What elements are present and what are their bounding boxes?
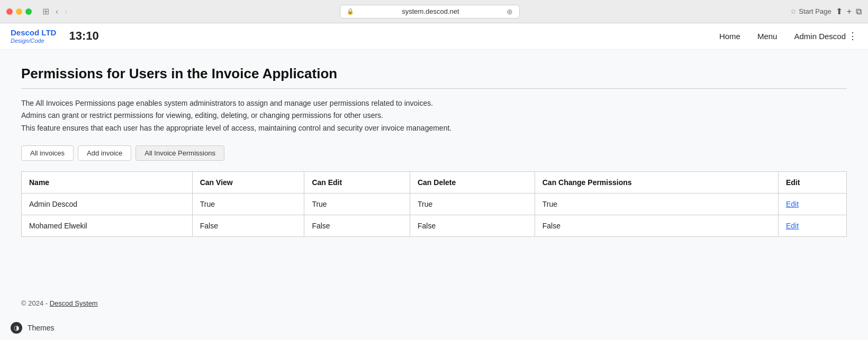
logo-area: Descod LTD Design/Code 13:10 <box>11 29 99 44</box>
table-row: Mohamed Elwekil False False False False … <box>22 215 847 236</box>
bookmark-startpage[interactable]: ☆ Start Page <box>790 7 831 15</box>
cell-can-delete-0: True <box>410 193 535 215</box>
star-icon: ☆ <box>790 7 797 15</box>
logo-main: Descod LTD <box>11 29 56 38</box>
minimize-button[interactable] <box>16 8 22 15</box>
title-divider <box>21 88 847 89</box>
close-button[interactable] <box>6 8 13 15</box>
nav-user[interactable]: Admin Descod ⋮ <box>794 30 857 42</box>
main-content: Permissions for Users in the Invoice App… <box>0 50 868 291</box>
cell-edit-1: Edit <box>778 215 846 236</box>
nav-user-name: Admin Descod <box>794 32 846 41</box>
col-can-change-permissions: Can Change Permissions <box>535 171 778 193</box>
share-button[interactable]: ⬆ <box>836 6 843 16</box>
window-content: Descod LTD Design/Code 13:10 Home Menu A… <box>0 23 868 340</box>
col-can-view: Can View <box>192 171 304 193</box>
back-button[interactable]: ‹ <box>53 5 60 17</box>
maximize-button[interactable] <box>25 8 32 15</box>
logo: Descod LTD Design/Code <box>11 29 56 44</box>
nav-links: Home Menu Admin Descod ⋮ <box>719 30 857 42</box>
description-line3: This feature ensures that each user has … <box>21 122 847 135</box>
address-bar-container: 🔒 system.descod.net ⊕ <box>74 5 786 19</box>
cell-edit-0: Edit <box>778 193 846 215</box>
cell-can-view-1: False <box>192 215 304 236</box>
permissions-table: Name Can View Can Edit Can Delete Can Ch… <box>21 171 847 237</box>
cell-name-1: Mohamed Elwekil <box>22 215 193 236</box>
browser-actions: ⬆ + ⧉ <box>836 6 862 16</box>
page-title: Permissions for Users in the Invoice App… <box>21 66 847 82</box>
description: The All Invoices Permissions page enable… <box>21 97 847 135</box>
edit-link-0[interactable]: Edit <box>786 200 799 208</box>
sidebar-toggle-button[interactable]: ⊞ <box>40 5 51 17</box>
address-bar[interactable]: 🔒 system.descod.net ⊕ <box>340 5 520 19</box>
nav-home[interactable]: Home <box>719 32 740 41</box>
description-line2: Admins can grant or restrict permissions… <box>21 109 847 122</box>
browser-nav: ⊞ ‹ › <box>40 5 70 17</box>
col-name: Name <box>22 171 193 193</box>
cell-can-edit-1: False <box>304 215 410 236</box>
col-can-delete: Can Delete <box>410 171 535 193</box>
nav-time: 13:10 <box>69 29 98 43</box>
edit-link-1[interactable]: Edit <box>786 222 799 230</box>
tab-all-invoices[interactable]: All invoices <box>21 145 74 161</box>
cell-can-edit-0: True <box>304 193 410 215</box>
theme-label: Themes <box>28 324 55 332</box>
table-header-row: Name Can View Can Edit Can Delete Can Ch… <box>22 171 847 193</box>
reload-icon[interactable]: ⊕ <box>507 7 513 16</box>
new-tab-button[interactable]: + <box>847 7 852 16</box>
cell-name-0: Admin Descod <box>22 193 193 215</box>
logo-sub: Design/Code <box>11 38 56 44</box>
theme-toggle-area: ◑ Themes <box>0 316 868 340</box>
description-line1: The All Invoices Permissions page enable… <box>21 97 847 110</box>
bookmarks-bar: ☆ Start Page <box>790 7 831 15</box>
cell-can-change-permissions-0: True <box>535 193 778 215</box>
tab-all-invoice-permissions[interactable]: All Invoice Permissions <box>135 145 224 161</box>
lock-icon: 🔒 <box>347 8 354 15</box>
cell-can-change-permissions-1: False <box>535 215 778 236</box>
col-can-edit: Can Edit <box>304 171 410 193</box>
top-nav: Descod LTD Design/Code 13:10 Home Menu A… <box>0 23 868 50</box>
footer-link[interactable]: Descod System <box>50 299 98 307</box>
bookmark-label: Start Page <box>799 7 831 15</box>
nav-menu[interactable]: Menu <box>757 32 777 41</box>
cell-can-delete-1: False <box>410 215 535 236</box>
tabs-overview-button[interactable]: ⧉ <box>856 7 862 16</box>
url-text: system.descod.net <box>357 7 503 15</box>
footer-copyright: © 2024 - <box>21 299 50 307</box>
nav-user-menu-icon: ⋮ <box>848 30 857 42</box>
theme-toggle-icon[interactable]: ◑ <box>11 322 22 334</box>
table-row: Admin Descod True True True True Edit <box>22 193 847 215</box>
footer: © 2024 - Descod System <box>0 291 868 316</box>
traffic-lights <box>6 8 32 15</box>
tab-add-invoice[interactable]: Add invoice <box>78 145 131 161</box>
browser-chrome: ⊞ ‹ › 🔒 system.descod.net ⊕ ☆ Start Page… <box>0 0 868 23</box>
cell-can-view-0: True <box>192 193 304 215</box>
col-edit: Edit <box>778 171 846 193</box>
forward-button[interactable]: › <box>62 5 69 17</box>
tab-bar: All invoices Add invoice All Invoice Per… <box>21 145 847 161</box>
